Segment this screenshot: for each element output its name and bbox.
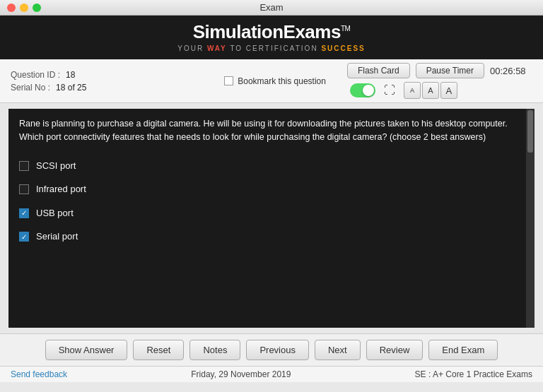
notes-button[interactable]: Notes [189,340,240,360]
bookmark-checkbox[interactable] [224,76,233,85]
option-scsi-checkbox[interactable] [19,161,29,171]
window-controls [7,4,41,12]
reset-button[interactable]: Reset [133,340,184,360]
status-bar: Send feedback Friday, 29 November 2019 S… [0,366,543,382]
option-serial-checkbox[interactable]: ✓ [19,232,29,242]
next-button[interactable]: Next [315,340,361,360]
bookmark-label: Bookmark this question [238,76,326,86]
end-exam-button[interactable]: End Exam [428,340,498,360]
question-id-row: Question ID : 18 [11,70,189,80]
serial-no-value: 18 of 25 [56,83,86,93]
option-infrared-label: Infrared port [36,182,86,196]
question-text: Rane is planning to purchase a digital c… [19,117,524,145]
serial-no-label: Serial No : [11,83,50,93]
font-size-controls: A A A [404,82,457,99]
question-id-value: 18 [66,70,75,80]
title-bar: Exam [0,0,543,16]
date-display: Friday, 29 November 2019 [191,369,291,379]
logo: SimulationExamsTM [193,21,351,43]
checkmark-icon: ✓ [21,232,27,242]
option-scsi[interactable]: SCSI port [19,159,524,173]
checkmark-icon: ✓ [21,208,27,218]
timer-display: 00:26:58 [490,66,532,76]
option-usb-label: USB port [36,206,74,220]
close-button[interactable] [7,4,16,12]
scroll-thumb [527,110,533,153]
exam-name: SE : A+ Core 1 Practice Exams [415,369,532,379]
bookmark-area[interactable]: Bookmark this question [224,76,326,86]
question-area: Rane is planning to purchase a digital c… [8,109,535,328]
font-medium-button[interactable]: A [422,82,439,99]
flash-card-button[interactable]: Flash Card [347,63,410,78]
expand-icon[interactable]: ⛶ [384,84,395,97]
option-serial-label: Serial port [36,230,78,244]
info-bar: Question ID : 18 Serial No : 18 of 25 Bo… [0,59,543,103]
option-usb-checkbox[interactable]: ✓ [19,208,29,218]
font-large-button[interactable]: A [440,82,457,99]
option-infrared[interactable]: Infrared port [19,182,524,196]
minimize-button[interactable] [20,4,28,12]
right-controls: Flash Card Pause Timer 00:26:58 ⛶ A A A [347,63,532,99]
app-header: SimulationExamsTM YOUR WAY TO CERTIFICAT… [0,16,543,59]
question-id-label: Question ID : [11,70,60,80]
font-small-button[interactable]: A [404,82,421,99]
send-feedback-link[interactable]: Send feedback [11,369,67,379]
show-answer-button[interactable]: Show Answer [45,340,128,360]
pause-timer-button[interactable]: Pause Timer [416,63,484,78]
toggle-switch[interactable] [350,83,375,97]
logo-subtitle: YOUR WAY TO CERTIFICATION SUCCESS [177,44,366,52]
serial-no-row: Serial No : 18 of 25 [11,83,189,93]
review-button[interactable]: Review [366,340,424,360]
maximize-button[interactable] [33,4,41,12]
question-scrollbar[interactable] [526,109,535,328]
option-scsi-label: SCSI port [36,159,76,173]
question-info: Question ID : 18 Serial No : 18 of 25 [11,70,189,93]
window-title: Exam [259,2,283,13]
option-usb[interactable]: ✓ USB port [19,206,524,220]
toggle-knob [363,85,374,96]
option-serial[interactable]: ✓ Serial port [19,230,524,244]
bottom-toolbar: Show Answer Reset Notes Previous Next Re… [0,333,543,366]
answer-options: SCSI port Infrared port ✓ USB port ✓ Ser… [19,159,524,244]
option-infrared-checkbox[interactable] [19,184,29,194]
previous-button[interactable]: Previous [246,340,309,360]
